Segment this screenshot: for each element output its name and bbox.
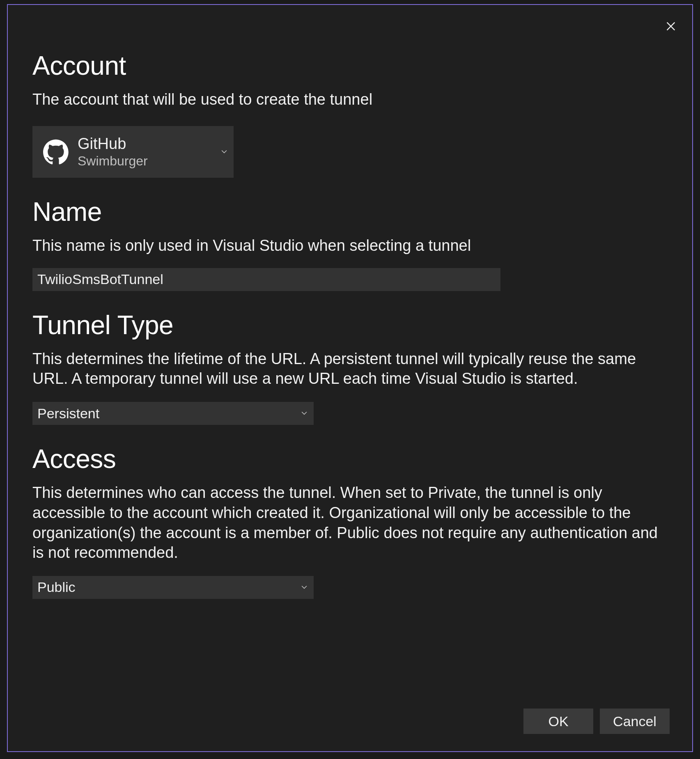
tunnel-type-title: Tunnel Type — [32, 312, 668, 339]
ok-button[interactable]: OK — [523, 709, 593, 734]
tunnel-type-section: Tunnel Type This determines the lifetime… — [32, 312, 668, 425]
tunnel-type-value: Persistent — [37, 406, 305, 422]
access-title: Access — [32, 445, 668, 473]
account-section: Account The account that will be used to… — [32, 52, 668, 178]
account-text: GitHub Swimburger — [78, 135, 225, 169]
account-description: The account that will be used to create … — [32, 89, 668, 110]
chevron-down-icon — [301, 411, 307, 415]
name-description: This name is only used in Visual Studio … — [32, 236, 668, 256]
close-icon — [665, 21, 677, 32]
access-description: This determines who can access the tunne… — [32, 483, 668, 563]
name-title: Name — [32, 198, 668, 226]
dialog-buttons: OK Cancel — [523, 709, 670, 734]
access-value: Public — [37, 579, 305, 595]
tunnel-type-description: This determines the lifetime of the URL.… — [32, 349, 668, 389]
cancel-button[interactable]: Cancel — [600, 709, 670, 734]
tunnel-name-input[interactable] — [32, 268, 500, 291]
account-username: Swimburger — [78, 154, 225, 169]
github-icon — [43, 139, 69, 165]
tunnel-type-select[interactable]: Persistent — [32, 402, 314, 425]
name-section: Name This name is only used in Visual St… — [32, 198, 668, 291]
account-provider: GitHub — [78, 135, 225, 153]
chevron-down-icon — [221, 150, 227, 154]
chevron-down-icon — [301, 585, 307, 589]
account-selector[interactable]: GitHub Swimburger — [32, 126, 234, 178]
access-section: Access This determines who can access th… — [32, 445, 668, 599]
close-button[interactable] — [663, 18, 679, 34]
account-title: Account — [32, 52, 668, 80]
create-tunnel-dialog: Account The account that will be used to… — [7, 4, 693, 752]
access-select[interactable]: Public — [32, 576, 314, 599]
